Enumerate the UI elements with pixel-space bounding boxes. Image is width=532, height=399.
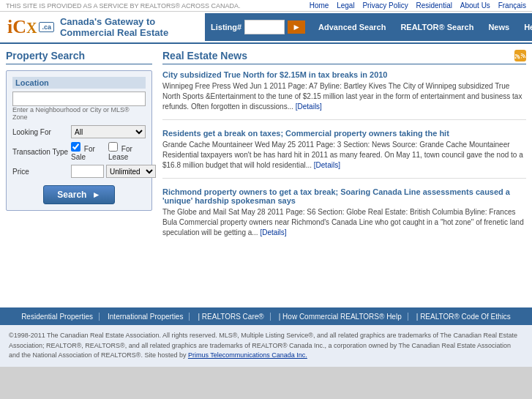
footer-international[interactable]: International Properties bbox=[102, 313, 190, 321]
real-estate-news-panel: Real Estate News City subsidized True No… bbox=[152, 50, 526, 302]
help-nav[interactable]: Help bbox=[517, 23, 532, 31]
transaction-checkboxes: For Sale For Lease bbox=[71, 142, 146, 161]
for-lease-label[interactable]: For Lease bbox=[108, 142, 146, 161]
news-item-1: City subsidized True North for $2.15M in… bbox=[162, 70, 526, 120]
nav-francais[interactable]: Français bbox=[498, 1, 526, 10]
news-item-3: Richmond property owners to get a tax br… bbox=[162, 187, 526, 245]
for-sale-label[interactable]: For Sale bbox=[71, 142, 104, 161]
location-row: Enter a Neighbourhood or City or MLS® Zo… bbox=[12, 92, 146, 121]
primus-link[interactable]: Primus Telecommunications Canada Inc. bbox=[188, 351, 307, 359]
location-section-title: Location bbox=[12, 77, 146, 89]
news-body-1: Winnipeg Free Press Wed Jun 1 2011 Page:… bbox=[162, 81, 526, 112]
for-lease-checkbox[interactable] bbox=[108, 142, 118, 152]
looking-for-label: Looking For bbox=[12, 128, 71, 136]
price-min-input[interactable]: 0 bbox=[71, 165, 104, 178]
search-button[interactable]: Search ► bbox=[43, 185, 114, 204]
price-max-select[interactable]: Unlimited bbox=[106, 165, 156, 178]
news-item-2: Residents get a break on taxes; Commerci… bbox=[162, 129, 526, 179]
news-body-2: Grande Cache Mountaineer Wed May 25 2011… bbox=[162, 140, 526, 171]
advanced-search-nav[interactable]: Advanced Search bbox=[311, 23, 393, 31]
footer-copyright: ©1998-2011 The Canadian Real Estate Asso… bbox=[0, 325, 532, 367]
footer-how-commercial[interactable]: | How Commercial REALTORS® Help bbox=[273, 313, 408, 321]
header: iCX .ca Canada's Gateway to Commercial R… bbox=[0, 12, 532, 44]
listing-go-button[interactable]: ► bbox=[288, 20, 305, 34]
looking-for-select[interactable]: All bbox=[71, 125, 146, 138]
news-details-3[interactable]: [Details] bbox=[260, 228, 286, 236]
top-bar: THIS SITE IS PROVIDED AS A SERVICE BY RE… bbox=[0, 0, 532, 12]
listing-label: Listing# bbox=[211, 23, 241, 31]
property-search-title: Property Search bbox=[6, 50, 152, 64]
rss-icon[interactable] bbox=[514, 50, 526, 61]
nav-residential[interactable]: Residential bbox=[416, 1, 452, 10]
news-body-3: The Globe and Mail Sat May 28 2011 Page:… bbox=[162, 207, 526, 238]
price-label: Price bbox=[12, 168, 71, 176]
nav-home[interactable]: Home bbox=[310, 1, 329, 10]
price-inputs: 0 Unlimited bbox=[71, 165, 156, 178]
logo-area: iCX .ca Canada's Gateway to Commercial R… bbox=[0, 12, 205, 42]
nav-about[interactable]: About Us bbox=[460, 1, 490, 10]
search-button-row: Search ► bbox=[12, 185, 146, 204]
search-arrow-icon: ► bbox=[92, 190, 101, 200]
news-title: Real Estate News bbox=[162, 50, 247, 61]
footer-code-ethics[interactable]: | REALTOR® Code Of Ethics bbox=[411, 313, 517, 321]
search-form: Location Enter a Neighbourhood or City o… bbox=[6, 70, 152, 211]
news-details-1[interactable]: [Details] bbox=[296, 102, 322, 111]
nav-privacy[interactable]: Privacy Policy bbox=[362, 1, 408, 10]
news-title-2[interactable]: Residents get a break on taxes; Commerci… bbox=[162, 129, 526, 138]
logo[interactable]: iCX .ca bbox=[7, 18, 54, 37]
news-nav[interactable]: News bbox=[481, 23, 517, 31]
location-input[interactable] bbox=[12, 92, 146, 106]
footer-realtors-care[interactable]: | REALTORS Care® bbox=[192, 313, 270, 321]
footer-nav: Residential Properties International Pro… bbox=[0, 307, 532, 325]
footer-residential[interactable]: Residential Properties bbox=[15, 313, 100, 321]
news-header: Real Estate News bbox=[162, 50, 526, 64]
property-search-panel: Property Search Location Enter a Neighbo… bbox=[6, 50, 152, 302]
nav-bar: Listing# ► Advanced Search REALTOR® Sear… bbox=[205, 13, 532, 41]
transaction-type-label: Transaction Type bbox=[12, 148, 71, 156]
price-row: Price 0 Unlimited bbox=[12, 165, 146, 178]
news-title-3[interactable]: Richmond property owners to get a tax br… bbox=[162, 187, 526, 205]
top-bar-links: Home Legal Privacy Policy Residential Ab… bbox=[304, 1, 526, 10]
svg-point-0 bbox=[515, 57, 517, 59]
listing-area: Listing# ► bbox=[205, 20, 311, 34]
nav-legal[interactable]: Legal bbox=[337, 1, 354, 10]
listing-input[interactable] bbox=[244, 20, 285, 34]
realtor-search-nav[interactable]: REALTOR® Search bbox=[393, 23, 481, 31]
news-title-1[interactable]: City subsidized True North for $2.15M in… bbox=[162, 70, 526, 79]
news-details-2[interactable]: [Details] bbox=[314, 161, 340, 169]
location-hint: Enter a Neighbourhood or City or MLS® Zo… bbox=[12, 106, 146, 121]
for-sale-checkbox[interactable] bbox=[71, 142, 80, 152]
logo-tagline: Canada's Gateway to Commercial Real Esta… bbox=[60, 16, 168, 38]
service-notice: THIS SITE IS PROVIDED AS A SERVICE BY RE… bbox=[6, 2, 241, 10]
looking-for-row: Looking For All bbox=[12, 125, 146, 138]
transaction-type-row: Transaction Type For Sale For Lease bbox=[12, 142, 146, 161]
content-area: Property Search Location Enter a Neighbo… bbox=[0, 44, 532, 307]
